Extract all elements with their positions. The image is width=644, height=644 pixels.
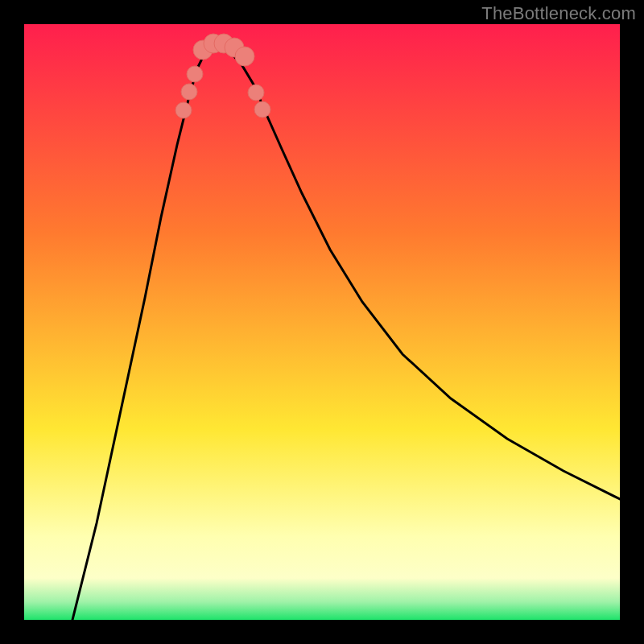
bottleneck-chart — [24, 24, 620, 620]
curve-marker — [235, 47, 254, 66]
curve-marker — [181, 84, 197, 100]
watermark-text: TheBottleneck.com — [481, 3, 636, 24]
curve-marker — [254, 101, 270, 118]
gradient-background — [24, 24, 620, 620]
curve-marker — [187, 66, 203, 82]
curve-marker — [175, 102, 192, 118]
curve-marker — [248, 85, 264, 101]
